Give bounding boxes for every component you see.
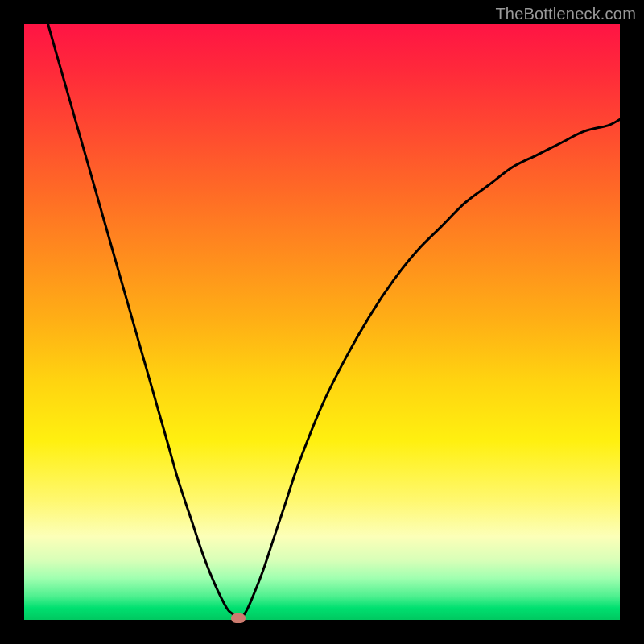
optimum-marker: [231, 613, 246, 623]
watermark-text: TheBottleneck.com: [495, 5, 636, 23]
bottleneck-curve: [24, 24, 620, 620]
plot-area: [24, 24, 620, 620]
chart-frame: TheBottleneck.com: [0, 0, 644, 644]
